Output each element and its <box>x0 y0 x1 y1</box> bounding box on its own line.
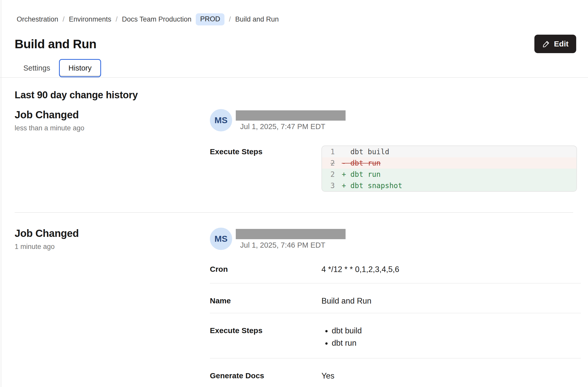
redacted-username-bar <box>236 229 346 239</box>
breadcrumb: Orchestration / Environments / Docs Team… <box>15 13 581 25</box>
edit-button[interactable]: Edit <box>534 35 576 53</box>
breadcrumb-current-page: Build and Run <box>235 15 279 23</box>
breadcrumb-separator: / <box>229 15 231 23</box>
entry-relative-time: 1 minute ago <box>15 243 210 251</box>
field-value: Yes <box>321 371 581 381</box>
field-label: Execute Steps <box>210 147 321 156</box>
tab-bar: Settings History <box>15 59 581 77</box>
execute-step-item: dbt build <box>332 326 581 335</box>
field-label: Generate Docs <box>210 371 321 380</box>
diff-line-number: 2 <box>322 159 336 167</box>
execute-steps-list: dbt build dbt run <box>321 326 581 351</box>
diff-line-removed: 2 - dbt run <box>322 157 576 169</box>
field-value: 4 */12 * * 0,1,2,3,4,5,6 <box>321 265 581 274</box>
name-row: Name Build and Run <box>210 284 581 313</box>
page-header: Build and Run Edit <box>15 35 581 53</box>
author-meta: Jul 1, 2025, 7:47 PM EDT <box>236 109 346 131</box>
execute-steps-diff-block: 1 dbt build 2 - dbt run 2 + dbt run 3 + … <box>321 146 577 192</box>
change-entry: Job Changed 1 minute ago MS Jul 1, 2025,… <box>15 228 581 387</box>
entry-summary: Job Changed less than a minute ago <box>15 109 210 192</box>
entry-title: Job Changed <box>15 109 210 121</box>
change-entry: Job Changed less than a minute ago MS Ju… <box>15 109 581 192</box>
avatar: MS <box>210 109 232 131</box>
breadcrumb-environments[interactable]: Environments <box>69 15 111 23</box>
section-heading: Last 90 day change history <box>15 90 581 101</box>
avatar: MS <box>210 228 232 250</box>
tab-settings[interactable]: Settings <box>15 60 59 76</box>
entry-author-row: MS Jul 1, 2025, 7:47 PM EDT <box>210 109 581 131</box>
diff-line-added: 2 + dbt run <box>322 169 576 180</box>
diff-line-added: 3 + dbt snapshot <box>322 180 576 191</box>
field-label: Name <box>210 296 321 305</box>
diff-line-number: 1 <box>322 148 336 156</box>
diff-line-text: + dbt run <box>336 170 381 179</box>
generate-docs-row: Generate Docs Yes <box>210 359 581 387</box>
field-label: Execute Steps <box>210 326 321 335</box>
tab-history[interactable]: History <box>59 59 101 77</box>
field-label: Cron <box>210 265 321 274</box>
environment-prod-badge: PROD <box>196 13 224 25</box>
tabs-divider <box>0 77 588 78</box>
entry-author-row: MS Jul 1, 2025, 7:46 PM EDT <box>210 228 581 250</box>
breadcrumb-separator: / <box>63 15 65 23</box>
diff-line-text: dbt build <box>336 148 389 156</box>
entry-relative-time: less than a minute ago <box>15 124 210 132</box>
diff-line-text: + dbt snapshot <box>336 181 402 190</box>
execute-steps-row: Execute Steps dbt build dbt run <box>210 313 581 358</box>
execute-step-item: dbt run <box>332 338 581 348</box>
author-meta: Jul 1, 2025, 7:46 PM EDT <box>236 228 346 249</box>
diff-line-number: 2 <box>322 170 336 179</box>
job-history-page: Orchestration / Environments / Docs Team… <box>0 0 588 77</box>
breadcrumb-orchestration[interactable]: Orchestration <box>17 15 58 23</box>
diff-line-context: 1 dbt build <box>322 146 576 157</box>
history-content: Last 90 day change history Job Changed l… <box>0 90 588 387</box>
diff-line-text: - dbt run <box>336 159 381 167</box>
edit-button-label: Edit <box>554 40 569 48</box>
entry-title: Job Changed <box>15 228 210 239</box>
entry-summary: Job Changed 1 minute ago <box>15 228 210 387</box>
content-left-border <box>1 0 1 387</box>
breadcrumb-separator: / <box>116 15 118 23</box>
page-title: Build and Run <box>15 37 96 51</box>
cron-row: Cron 4 */12 * * 0,1,2,3,4,5,6 <box>210 250 581 283</box>
entry-timestamp: Jul 1, 2025, 7:46 PM EDT <box>236 241 346 249</box>
redacted-username-bar <box>236 110 346 121</box>
entry-timestamp: Jul 1, 2025, 7:47 PM EDT <box>236 122 346 131</box>
field-value: Build and Run <box>321 296 581 306</box>
pencil-icon <box>542 40 550 48</box>
execute-steps-diff-row: Execute Steps 1 dbt build 2 - dbt run 2 … <box>210 147 581 192</box>
entry-divider <box>15 212 573 213</box>
breadcrumb-environment-name[interactable]: Docs Team Production <box>122 15 191 23</box>
diff-line-number: 3 <box>322 181 336 190</box>
entry-details: MS Jul 1, 2025, 7:46 PM EDT Cron 4 */12 … <box>210 228 581 387</box>
entry-details: MS Jul 1, 2025, 7:47 PM EDT Execute Step… <box>210 109 581 192</box>
